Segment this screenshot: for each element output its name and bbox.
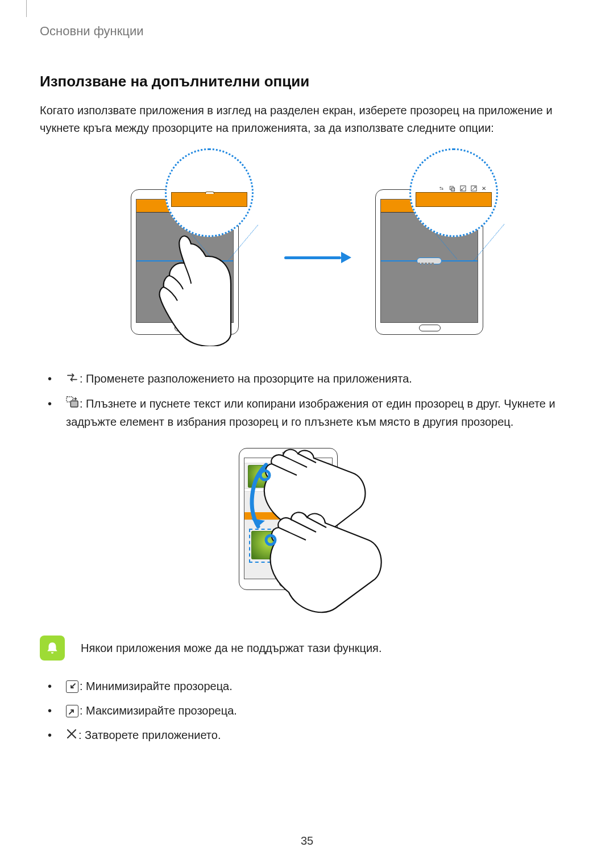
list-item: : Променете разположението на прозорците… [48,370,574,388]
list-item: : Плъзнете и пуснете текст или копирани … [48,395,574,431]
header-rule [26,0,27,17]
swap-icon [66,370,78,388]
svg-point-7 [266,535,275,545]
note-bell-icon [40,636,65,661]
list-item: : Затворете приложението. [48,726,574,745]
svg-point-6 [260,471,269,480]
note-text: Някои приложения може да не поддържат та… [81,639,382,657]
arrow-icon [284,252,351,263]
note-callout: Някои приложения може да не поддържат та… [40,636,574,661]
document-page: Основни функции Използване на допълнител… [0,0,614,868]
list-item-text: : Минимизирайте прозореца. [80,680,233,692]
hand-illustration [142,221,233,348]
figure-drag-drop [222,448,392,618]
toolbar-icons: ✕ [438,185,486,192]
page-number: 35 [0,834,614,848]
list-item: : Максимизирайте прозореца. [48,702,574,720]
figure-split-options: ✕ [125,154,489,353]
zoom-right: ✕ [409,148,498,237]
options-list-top: : Променете разположението на прозорците… [48,370,574,431]
section-title: Използване на допълнителни опции [40,73,574,90]
list-item-text: : Плъзнете и пуснете текст или копирани … [66,397,555,428]
hand-bottom-icon [262,502,387,618]
maximize-icon [66,705,78,717]
svg-rect-1 [451,188,455,191]
list-item-text: : Максимизирайте прозореца. [80,704,237,717]
svg-rect-5 [70,401,78,408]
breadcrumb: Основни функции [40,24,574,39]
options-list-bottom: : Минимизирайте прозореца. : Максимизира… [48,678,574,745]
list-item-text: : Променете разположението на прозорците… [80,372,412,385]
minimize-icon [66,680,78,693]
close-icon [66,727,77,745]
list-item-text: : Затворете приложението. [78,729,221,741]
list-item: : Минимизирайте прозореца. [48,678,574,695]
drag-drop-icon [66,395,78,413]
intro-paragraph: Когато използвате приложения в изглед на… [40,102,574,137]
